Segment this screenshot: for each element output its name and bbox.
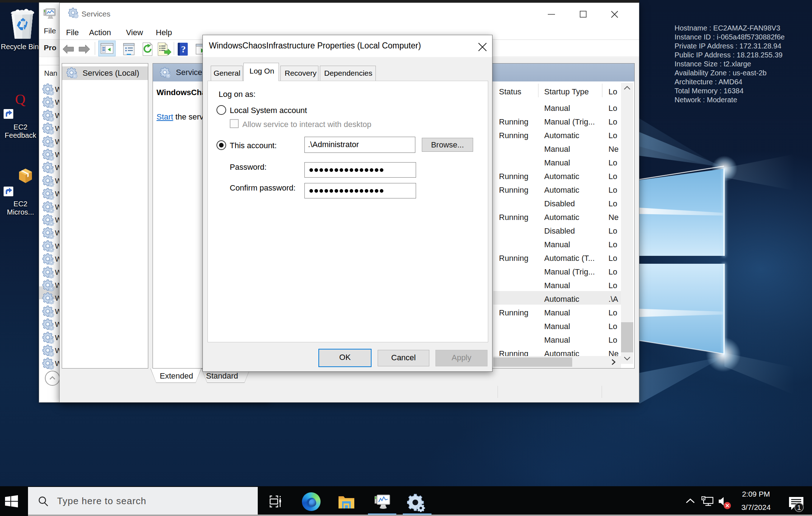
svg-text:?: ? (181, 44, 186, 55)
